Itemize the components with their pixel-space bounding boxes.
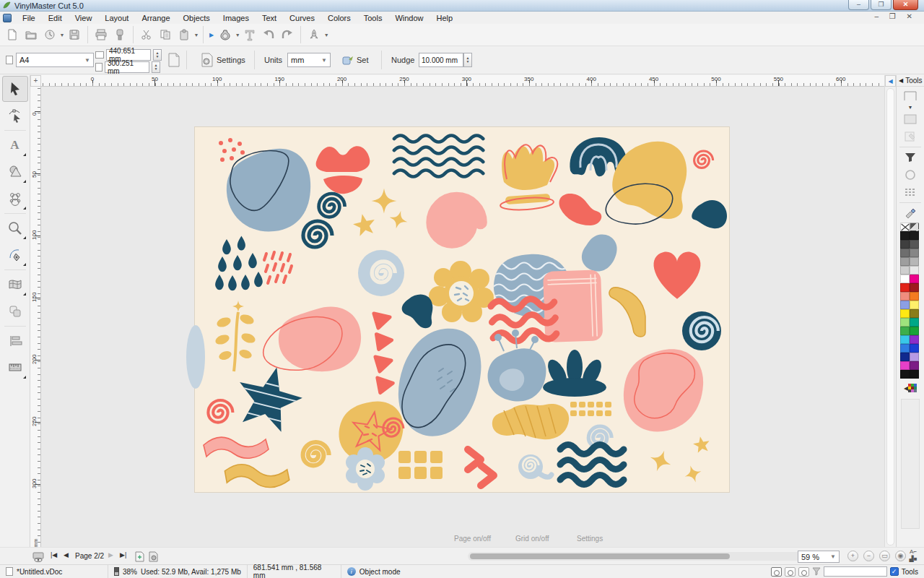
color-swatch[interactable] [910, 370, 919, 379]
color-swatch[interactable] [900, 309, 910, 318]
menu-layout[interactable]: Layout [98, 13, 135, 23]
show-fills-button[interactable] [771, 567, 782, 577]
grid-toggle[interactable]: Grid on/off [515, 535, 549, 543]
close-button[interactable]: ✕ [893, 0, 918, 10]
view-settings[interactable]: Settings [577, 535, 603, 543]
color-swatch[interactable] [910, 318, 919, 327]
color-swatch[interactable] [900, 361, 910, 370]
menu-file[interactable]: File [16, 13, 42, 23]
weed-dropdown-arrow[interactable]: ▼ [235, 25, 240, 44]
menu-edit[interactable]: Edit [42, 13, 69, 23]
page-toggle[interactable]: Page on/off [454, 535, 491, 543]
width-spinner[interactable]: ▲▼ [153, 49, 162, 61]
color-swatch[interactable] [900, 318, 910, 327]
next-page-button[interactable]: ▶ [108, 551, 113, 558]
paste-button[interactable] [175, 25, 193, 44]
menu-help[interactable]: Help [430, 13, 460, 23]
menu-colors[interactable]: Colors [321, 13, 357, 23]
show-preview-button[interactable] [798, 567, 809, 577]
height-spinner[interactable]: ▲▼ [152, 61, 160, 73]
color-swatch[interactable] [900, 240, 910, 249]
fill-swatch[interactable] [910, 223, 919, 231]
menu-text[interactable]: Text [256, 13, 283, 23]
set-button[interactable]: Set [338, 51, 373, 69]
color-swatch[interactable] [910, 249, 919, 257]
panel-collapse-icon[interactable]: ◀ [899, 77, 903, 84]
distort-tool[interactable] [2, 272, 28, 298]
menu-window[interactable]: Window [388, 13, 430, 23]
add-page-button[interactable] [133, 550, 146, 563]
color-swatch[interactable] [910, 353, 919, 361]
color-swatch[interactable] [900, 335, 910, 344]
color-swatch[interactable] [910, 266, 919, 275]
collapse-panel-button[interactable]: ◀ [885, 75, 896, 87]
menu-tools[interactable]: Tools [357, 13, 389, 23]
color-swatch[interactable] [900, 370, 910, 379]
menu-arrange[interactable]: Arrange [135, 13, 176, 23]
node-edit-tool[interactable] [2, 103, 28, 129]
cut-button[interactable] [137, 25, 156, 44]
color-swatch[interactable] [900, 231, 910, 240]
backup-restore-button[interactable] [40, 25, 59, 44]
page-up-button[interactable] [900, 88, 920, 104]
measure-tool[interactable] [2, 355, 28, 381]
clipart-tool[interactable] [2, 186, 28, 212]
no-color-swatch[interactable] [900, 223, 910, 231]
eyedropper-button[interactable] [900, 205, 920, 221]
menu-curves[interactable]: Curves [283, 13, 321, 23]
horizontal-scrollbar[interactable] [468, 552, 829, 561]
menu-view[interactable]: View [69, 13, 99, 23]
color-swatch[interactable] [900, 266, 910, 275]
weed-tool-button[interactable] [216, 25, 235, 44]
palette-picker-button[interactable]: ◀ [900, 380, 920, 396]
text-tool[interactable]: A [2, 132, 28, 158]
settings-button[interactable]: Settings [196, 51, 250, 69]
color-swatch[interactable] [910, 335, 919, 344]
color-swatch[interactable] [900, 275, 910, 283]
color-swatch[interactable] [900, 327, 910, 335]
zoom-level-combo[interactable]: 59 %▼ [798, 551, 840, 563]
zoom-out-button[interactable]: − [863, 551, 874, 561]
select-tool[interactable] [2, 76, 28, 102]
first-page-button[interactable]: |◀ [51, 551, 57, 558]
last-page-button[interactable]: ▶| [120, 551, 126, 558]
align-tool[interactable] [2, 328, 28, 354]
copy-button[interactable] [156, 25, 175, 44]
send-to-plotter-button[interactable] [305, 25, 323, 44]
outline-tool-button[interactable] [900, 167, 920, 183]
color-swatch[interactable] [910, 327, 919, 335]
undo-button[interactable] [259, 25, 278, 44]
color-swatch[interactable] [910, 240, 919, 249]
color-swatch[interactable] [910, 257, 919, 266]
zoom-page-button[interactable]: ▭ [879, 551, 890, 561]
toolbar-overflow-icon[interactable]: ▶ [209, 32, 214, 38]
cutter-button[interactable] [110, 25, 129, 44]
color-swatch[interactable] [910, 275, 919, 283]
show-outlines-button[interactable] [785, 567, 796, 577]
vertical-scroll-track[interactable] [886, 88, 894, 545]
page-preset-combo[interactable]: A4▼ [16, 53, 94, 67]
draw-tool[interactable] [2, 242, 28, 268]
color-swatch[interactable] [910, 292, 919, 301]
color-swatch[interactable] [910, 231, 919, 240]
ruler-origin-button[interactable]: + [30, 75, 41, 87]
page-options-button[interactable] [900, 129, 920, 144]
text-tool-button[interactable] [240, 25, 259, 44]
zoom-tool[interactable] [2, 215, 28, 241]
color-swatch[interactable] [910, 301, 919, 309]
corner-tools[interactable]: A⌐▟■ [904, 548, 923, 563]
tools-checkbox[interactable]: ✓ [890, 567, 899, 576]
duplicate-tool[interactable] [2, 298, 28, 324]
color-swatch[interactable] [900, 283, 910, 292]
zoom-in-button[interactable]: + [847, 551, 858, 561]
horizontal-ruler[interactable]: 050100150200250300350400450500550600 [41, 75, 884, 87]
new-document-button[interactable] [3, 25, 22, 44]
menu-objects[interactable]: Objects [177, 13, 217, 23]
prev-page-button[interactable]: ◀ [64, 551, 69, 558]
maximize-button[interactable]: ❐ [871, 0, 892, 10]
redo-button[interactable] [278, 25, 297, 44]
document-view[interactable]: Page on/off Grid on/off Settings [41, 87, 884, 547]
color-swatch[interactable] [900, 301, 910, 309]
fill-tool-button[interactable] [900, 150, 920, 165]
menu-images[interactable]: Images [217, 13, 256, 23]
